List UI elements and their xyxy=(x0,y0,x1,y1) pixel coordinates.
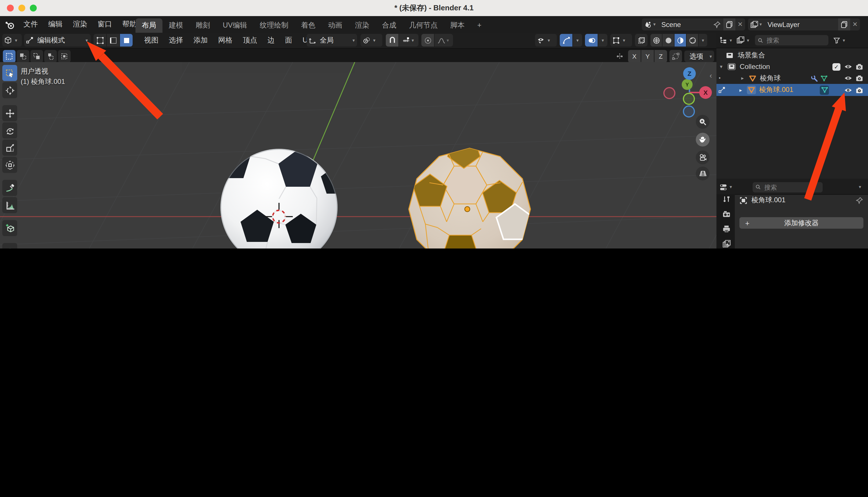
editor-type-button[interactable]: ▾ xyxy=(2,34,22,46)
scene-collection-label[interactable]: 场景集合 xyxy=(738,50,765,60)
tool-annotate[interactable] xyxy=(2,180,17,196)
tab-sculpting[interactable]: 雕刻 xyxy=(189,18,217,33)
tool-measure[interactable] xyxy=(2,197,17,213)
collection-hide-eye-icon[interactable] xyxy=(844,63,853,70)
remove-viewlayer-icon[interactable]: ✕ xyxy=(850,18,860,30)
collection-render-camera-icon[interactable] xyxy=(855,63,864,70)
tab-texture-paint[interactable]: 纹理绘制 xyxy=(253,18,295,33)
viewlayer-selector[interactable]: ▾ ViewLayer ✕ xyxy=(748,18,860,30)
properties-search-input[interactable] xyxy=(763,183,820,191)
shading-dropdown[interactable]: ▾ xyxy=(698,34,707,46)
pan-view-button[interactable] xyxy=(696,133,709,146)
tab-rendering[interactable]: 渲染 xyxy=(349,18,376,33)
face-select-button[interactable] xyxy=(120,34,133,46)
outliner-search-input[interactable] xyxy=(766,36,825,44)
object2-expand-icon[interactable]: ▸ xyxy=(738,87,743,93)
shading-wireframe-button[interactable] xyxy=(650,34,662,46)
object1-expand-icon[interactable]: ▸ xyxy=(740,75,745,81)
collection-checkbox[interactable]: ✓ xyxy=(833,63,840,70)
pin-icon[interactable] xyxy=(711,18,723,30)
outliner-row-object2-selected[interactable]: ▸ 棱角球.001 xyxy=(717,84,868,96)
object1-render-camera-icon[interactable] xyxy=(855,75,864,82)
outliner-row-scene-collection[interactable]: 场景集合 xyxy=(726,49,765,61)
object2-render-camera-icon[interactable] xyxy=(855,86,864,94)
shading-solid-button[interactable] xyxy=(662,34,674,46)
viewport-3d[interactable]: 用户透视 (1) 棱角球.001 ‹ Y Z X xyxy=(0,62,717,248)
object1-hide-eye-icon[interactable] xyxy=(844,75,853,82)
shading-rendered-button[interactable] xyxy=(687,34,698,46)
menu-file[interactable]: 文件 xyxy=(18,16,43,33)
overlays-dropdown[interactable]: ▾ xyxy=(598,34,607,46)
menu-select[interactable]: 选择 xyxy=(164,33,188,48)
scene-icon[interactable]: ▾ xyxy=(642,18,659,30)
ortho-grid-button[interactable] xyxy=(696,167,709,181)
tool-transform[interactable] xyxy=(2,157,17,173)
new-viewlayer-icon[interactable] xyxy=(838,18,850,30)
options-dropdown[interactable]: 选项▾ xyxy=(684,51,714,62)
proportional-falloff-dropdown[interactable]: ▾ xyxy=(435,34,453,46)
tool-extrude-region[interactable] xyxy=(2,243,17,248)
new-scene-icon[interactable] xyxy=(723,18,735,30)
gizmo-minus-z[interactable] xyxy=(683,106,694,117)
scene-name[interactable]: Scene xyxy=(659,20,711,28)
tab-geometry-nodes[interactable]: 几何节点 xyxy=(403,18,444,33)
pin-icon[interactable] xyxy=(856,197,864,204)
mirror-z-button[interactable]: Z xyxy=(654,50,667,62)
minimize-traffic-light[interactable] xyxy=(18,4,25,12)
menu-window[interactable]: 窗口 xyxy=(92,16,117,33)
mirror-y-button[interactable]: Y xyxy=(641,50,654,62)
outliner-search[interactable] xyxy=(755,35,828,45)
xray-mode-dropdown[interactable]: ▾ xyxy=(610,34,632,46)
close-traffic-light[interactable] xyxy=(7,4,14,12)
select-box-extend-button[interactable] xyxy=(17,50,29,62)
pivot-point-dropdown[interactable]: ▾ xyxy=(361,34,382,46)
mode-dropdown[interactable]: 编辑模式 ▾ xyxy=(24,34,91,46)
zoom-view-button[interactable] xyxy=(696,115,709,129)
menu-view[interactable]: 视图 xyxy=(139,33,164,48)
tool-scale[interactable] xyxy=(2,140,17,156)
tab-uv-editing[interactable]: UV编辑 xyxy=(217,18,253,33)
gizmos-toggle[interactable] xyxy=(560,34,572,46)
outliner-row-collection[interactable]: ▾ Collection ✓ xyxy=(719,61,868,72)
collection-expand-icon[interactable]: ▾ xyxy=(719,64,724,70)
tab-compositing[interactable]: 合成 xyxy=(376,18,403,33)
tab-animation[interactable]: 动画 xyxy=(322,18,349,33)
add-workspace-button[interactable]: + xyxy=(471,18,488,33)
vertex-select-button[interactable] xyxy=(93,34,106,46)
object2-label[interactable]: 棱角球.001 xyxy=(759,85,820,95)
unlink-scene-icon[interactable]: ✕ xyxy=(735,18,745,30)
viewlayer-name[interactable]: ViewLayer xyxy=(765,20,838,28)
tab-layout[interactable]: 布局 xyxy=(135,18,162,33)
navigation-gizmo[interactable]: Y Z X xyxy=(652,62,717,119)
gizmo-minus-y[interactable] xyxy=(683,94,694,104)
menu-vertex[interactable]: 顶点 xyxy=(238,33,262,48)
blender-logo-icon[interactable] xyxy=(4,19,16,30)
outliner-display-mode[interactable]: ▾ xyxy=(737,36,750,44)
gizmos-dropdown[interactable]: ▾ xyxy=(573,34,582,46)
menu-edge[interactable]: 边 xyxy=(262,33,280,48)
outliner-filter-button[interactable]: ▾ xyxy=(833,37,846,44)
visibility-dropdown[interactable]: ▾ xyxy=(535,34,557,46)
transform-orientation-dropdown[interactable]: 全局 ▾ xyxy=(307,34,357,46)
tab-modeling[interactable]: 建模 xyxy=(162,18,189,33)
tool-add-cube[interactable] xyxy=(2,220,17,236)
edge-select-button[interactable] xyxy=(107,34,119,46)
scene-selector[interactable]: ▾ Scene ✕ xyxy=(642,18,745,30)
tab-shading[interactable]: 着色 xyxy=(295,18,322,33)
properties-search[interactable] xyxy=(753,182,823,192)
tool-move[interactable] xyxy=(2,105,17,121)
tab-view-layer[interactable] xyxy=(719,237,734,248)
soccer-ball-shaded[interactable] xyxy=(214,109,351,248)
breadcrumb-object-name[interactable]: 棱角球.001 xyxy=(751,195,856,205)
object1-label[interactable]: 棱角球 xyxy=(760,73,811,83)
tool-select-box[interactable] xyxy=(2,65,17,81)
outliner-type-button[interactable]: ▾ xyxy=(719,36,733,44)
toggle-xray-button[interactable] xyxy=(635,34,648,46)
tool-cursor[interactable] xyxy=(2,82,17,98)
camera-view-button[interactable] xyxy=(696,151,709,164)
collection-label[interactable]: Collection xyxy=(740,62,833,71)
snap-toggle-button[interactable] xyxy=(386,34,398,46)
menu-mesh[interactable]: 网格 xyxy=(213,33,238,48)
tab-render[interactable] xyxy=(719,208,734,220)
tab-scripting[interactable]: 脚本 xyxy=(444,18,471,33)
